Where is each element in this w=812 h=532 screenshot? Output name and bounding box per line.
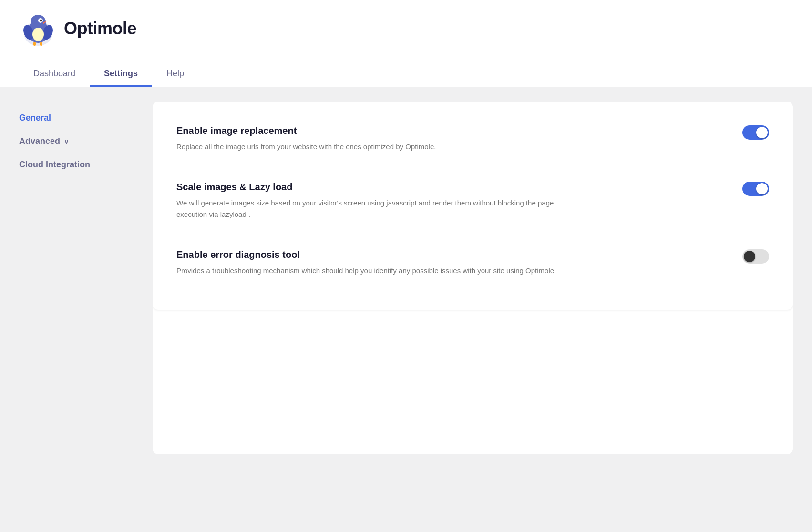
sidebar-item-advanced[interactable]: Advanced ∨ [19,130,153,153]
section-desc-scale-lazy: We will generate images size based on yo… [176,197,567,220]
section-title-scale-lazy: Scale images & Lazy load [176,182,733,193]
content-panel: Enable image replacement Replace all the… [153,102,793,310]
logo-area: Optimole [19,10,793,57]
toggle-image-replacement[interactable] [742,125,769,140]
sidebar-item-general[interactable]: General [19,106,153,130]
tab-settings[interactable]: Settings [90,62,152,87]
section-header-error-diagnosis: Enable error diagnosis tool Provides a t… [176,249,769,276]
settings-content-wrapper: Enable image replacement Replace all the… [153,102,793,454]
section-error-diagnosis: Enable error diagnosis tool Provides a t… [176,235,769,291]
sidebar-label-advanced: Advanced [19,136,60,146]
svg-point-8 [32,28,44,41]
tab-dashboard[interactable]: Dashboard [19,62,90,87]
section-text-image-replacement: Enable image replacement Replace all the… [176,125,733,153]
toggle-thumb-error-diagnosis [744,251,755,262]
section-scale-lazy: Scale images & Lazy load We will generat… [176,167,769,235]
section-desc-image-replacement: Replace all the image urls from your web… [176,141,567,153]
header: Optimole Dashboard Settings Help [0,0,812,87]
section-desc-error-diagnosis: Provides a troubleshooting mechanism whi… [176,265,567,276]
section-header-scale-lazy: Scale images & Lazy load We will generat… [176,182,769,220]
section-text-error-diagnosis: Enable error diagnosis tool Provides a t… [176,249,733,276]
sidebar: General Advanced ∨ Cloud Integration [19,102,153,454]
section-image-replacement: Enable image replacement Replace all the… [176,121,769,167]
svg-rect-9 [33,42,36,46]
section-title-error-diagnosis: Enable error diagnosis tool [176,249,733,260]
sidebar-label-general: General [19,113,51,123]
tab-help[interactable]: Help [152,62,198,87]
svg-point-6 [40,20,42,22]
toggle-thumb-image-replacement [756,127,768,138]
section-text-scale-lazy: Scale images & Lazy load We will generat… [176,182,733,220]
toggle-thumb-scale-lazy [756,183,768,194]
svg-point-4 [31,15,46,29]
app-logo [19,10,57,48]
main-content: General Advanced ∨ Cloud Integration Ena… [0,87,812,469]
sidebar-label-cloud: Cloud Integration [19,160,90,170]
toggle-error-diagnosis[interactable] [742,249,769,264]
svg-rect-10 [40,42,42,46]
section-title-image-replacement: Enable image replacement [176,125,733,136]
section-header-image-replacement: Enable image replacement Replace all the… [176,125,769,153]
sidebar-item-cloud-integration[interactable]: Cloud Integration [19,153,153,176]
app-name: Optimole [64,19,136,39]
advanced-chevron-icon: ∨ [64,138,69,145]
nav-tabs: Dashboard Settings Help [19,62,793,87]
toggle-scale-lazy[interactable] [742,182,769,196]
